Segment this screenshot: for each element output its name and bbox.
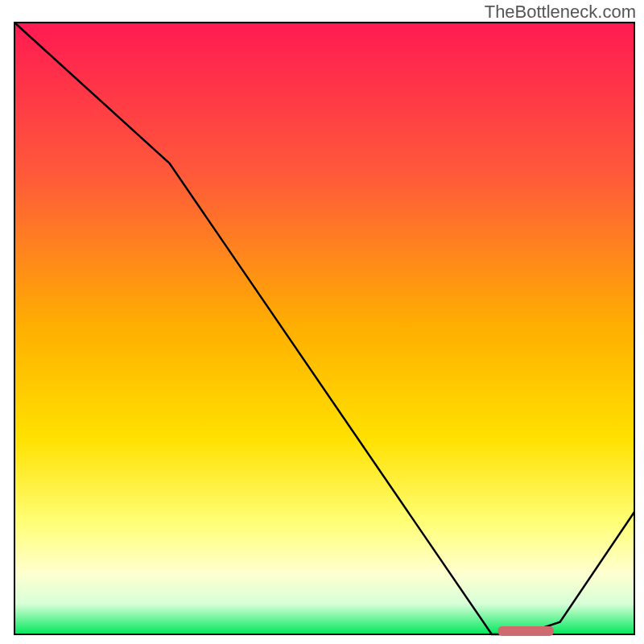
watermark-text: TheBottleneck.com (485, 2, 636, 23)
chart-svg (0, 0, 644, 644)
plot-background (14, 23, 634, 634)
chart-container: TheBottleneck.com (0, 0, 644, 644)
optimal-range-marker (498, 626, 554, 636)
